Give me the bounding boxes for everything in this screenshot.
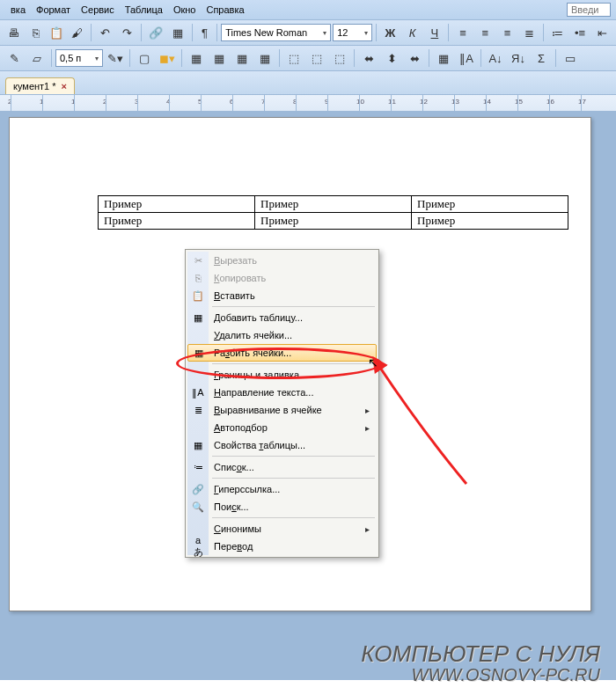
- context-menu-item[interactable]: Удалить ячейки...: [187, 326, 377, 344]
- context-menu-item-label: Перевод: [214, 541, 253, 552]
- table-cell[interactable]: Пример: [255, 213, 412, 230]
- insert-rows-button[interactable]: ▦: [209, 48, 230, 69]
- watermark: КОМПЬЮТЕР С НУЛЯ WWW.OSNOVY-PC.RU: [361, 642, 600, 684]
- table-cell[interactable]: Пример: [412, 196, 568, 213]
- decrease-indent-button[interactable]: ⇤: [592, 22, 612, 43]
- table-cell[interactable]: Пример: [99, 213, 255, 230]
- table-cell[interactable]: Пример: [412, 213, 568, 230]
- context-menu-item-label: Направление текста...: [214, 387, 313, 398]
- insert-table-button[interactable]: ▦: [186, 48, 207, 69]
- context-menu-item[interactable]: ▦Свойства таблицы...: [187, 436, 377, 454]
- mouse-cursor-icon: ↖: [368, 355, 378, 369]
- tab-close-icon[interactable]: ×: [62, 81, 67, 91]
- context-menu-item[interactable]: Автоподбор▸: [187, 419, 377, 436]
- split-cells-button[interactable]: ⬚: [306, 48, 327, 69]
- help-search-input[interactable]: [567, 3, 611, 17]
- format-paint-button[interactable]: 🖌: [67, 22, 87, 43]
- menu-separator: [212, 306, 375, 307]
- context-menu-item[interactable]: 🔗Гиперссылка...: [187, 480, 377, 498]
- context-menu-item-label: Синонимы: [214, 523, 261, 534]
- table-row[interactable]: Пример Пример Пример: [99, 213, 568, 230]
- table-toolbar: ✎ ▱ 0,5 п▾ ✎▾ ▢ ◼▾ ▦ ▦ ▦ ▦ ⬚ ⬚ ⬚ ⬌ ⬍ ⬌ ▦…: [0, 46, 616, 71]
- document-tab[interactable]: кумент1 * ×: [5, 77, 75, 94]
- underline-button[interactable]: Ч: [424, 22, 444, 43]
- formula-button[interactable]: Σ: [531, 48, 552, 69]
- autofit-button[interactable]: ⬌: [358, 48, 379, 69]
- table-row[interactable]: Пример Пример Пример: [99, 196, 568, 213]
- menu-item-icon: ‖А: [191, 387, 205, 399]
- menu-item-format[interactable]: Формат: [31, 3, 76, 17]
- line-weight-select[interactable]: 0,5 п▾: [55, 49, 103, 67]
- caption-button[interactable]: ▭: [560, 48, 581, 69]
- distribute-rows-button[interactable]: ⬍: [381, 48, 402, 69]
- menu-item-icon: 🔍: [191, 501, 205, 513]
- align-left-button[interactable]: ≡: [452, 22, 473, 43]
- context-menu-item[interactable]: aあПеревод: [187, 538, 377, 555]
- table-cell[interactable]: Пример: [99, 196, 255, 213]
- paste-button[interactable]: 📋: [48, 22, 64, 43]
- align-right-button[interactable]: ≡: [497, 22, 517, 43]
- italic-button[interactable]: К: [402, 22, 422, 43]
- context-menu-item-label: Свойства таблицы...: [214, 440, 305, 450]
- bullet-list-button[interactable]: •≡: [570, 22, 590, 43]
- menu-item-icon: ▦: [191, 440, 205, 451]
- delete-cells-button[interactable]: ▦: [254, 48, 275, 69]
- context-menu-item[interactable]: ‖АНаправление текста...: [187, 384, 377, 401]
- table-button[interactable]: ▦: [168, 22, 188, 43]
- font-size-select[interactable]: 12▾: [333, 24, 372, 41]
- menu-item-help[interactable]: Справка: [201, 3, 249, 17]
- context-menu-item-label: Добавить таблицу...: [214, 312, 303, 323]
- pen-color-button[interactable]: ✎▾: [105, 48, 126, 69]
- menu-separator: [212, 517, 375, 518]
- show-marks-button[interactable]: ¶: [196, 22, 213, 43]
- menu-item-icon: ▦: [192, 348, 206, 359]
- context-menu-item-label: Разбить ячейки...: [214, 348, 291, 358]
- menu-item-table[interactable]: Таблица: [120, 3, 168, 17]
- context-menu-item-label: Границы и заливка...: [214, 369, 307, 380]
- context-menu-item[interactable]: ▦Разбить ячейки...: [187, 344, 377, 362]
- context-menu-item[interactable]: ▦Добавить таблицу...: [187, 309, 377, 326]
- distribute-cols-button[interactable]: ⬌: [404, 48, 425, 69]
- menu-separator: [212, 478, 375, 479]
- align-center-button[interactable]: ≡: [475, 22, 495, 43]
- submenu-arrow-icon: ▸: [365, 524, 370, 534]
- copy-button[interactable]: ⎘: [26, 22, 46, 43]
- context-menu-item[interactable]: Границы и заливка...: [187, 366, 377, 384]
- context-menu-item[interactable]: 🔍Поиск...: [187, 498, 377, 516]
- print-button[interactable]: 🖶: [4, 22, 24, 43]
- eraser-button[interactable]: ▱: [26, 48, 48, 69]
- menu-item-window[interactable]: Окно: [168, 3, 202, 17]
- context-menu-item[interactable]: ≔Список...: [187, 458, 377, 476]
- insert-cols-button[interactable]: ▦: [231, 48, 253, 69]
- submenu-arrow-icon: ▸: [365, 406, 370, 415]
- context-menu-item[interactable]: 📋Вставить: [187, 287, 377, 304]
- border-button[interactable]: ▢: [134, 48, 155, 69]
- numbered-list-button[interactable]: ≔: [547, 22, 568, 43]
- justify-button[interactable]: ≣: [519, 22, 539, 43]
- chevron-down-icon: ▾: [364, 29, 368, 37]
- table-cell[interactable]: Пример: [255, 196, 412, 213]
- document-tab-label: кумент1 *: [13, 81, 56, 91]
- context-menu-item[interactable]: ≣Выравнивание в ячейке▸: [187, 401, 377, 419]
- sort-desc-button[interactable]: Я↓: [508, 48, 529, 69]
- context-menu-item-label: Вставить: [214, 290, 255, 301]
- sort-asc-button[interactable]: A↓: [485, 48, 506, 69]
- submenu-arrow-icon: ▸: [365, 423, 370, 433]
- menu-item-tools[interactable]: Сервис: [76, 3, 120, 17]
- fill-color-button[interactable]: ◼▾: [157, 48, 178, 69]
- text-direction-button[interactable]: ‖A: [456, 48, 477, 69]
- bold-button[interactable]: Ж: [380, 22, 400, 43]
- split-table-button[interactable]: ⬚: [329, 48, 350, 69]
- context-menu-item[interactable]: Синонимы▸: [187, 520, 377, 538]
- font-family-select[interactable]: Times New Roman▾: [221, 24, 331, 41]
- merge-cells-button[interactable]: ⬚: [283, 48, 304, 69]
- menu-item-icon: 🔗: [191, 484, 205, 495]
- document-table[interactable]: Пример Пример Пример Пример Пример Приме…: [98, 195, 568, 230]
- pencil-button[interactable]: ✎: [4, 48, 25, 69]
- redo-button[interactable]: ↷: [117, 22, 137, 43]
- undo-button[interactable]: ↶: [95, 22, 115, 43]
- menu-item-insert[interactable]: вка: [5, 3, 31, 17]
- hyperlink-button[interactable]: 🔗: [145, 22, 165, 43]
- horizontal-ruler[interactable]: 211234567891011121314151617: [0, 95, 616, 112]
- cell-align-button[interactable]: ▦: [433, 48, 454, 69]
